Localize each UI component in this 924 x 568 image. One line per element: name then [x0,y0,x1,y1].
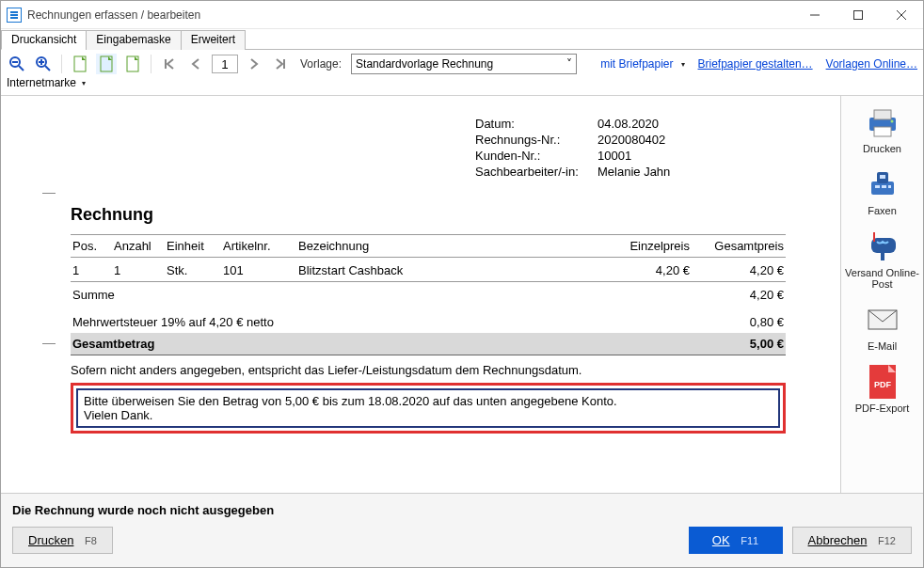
fold-mark-icon: — [42,335,56,350]
tab-input-mask[interactable]: Eingabemaske [86,30,181,50]
minimize-button[interactable] [793,1,836,29]
action-print-label: Drucken [863,143,901,154]
cancel-shortcut: F12 [878,535,896,546]
delivery-note: Sofern nicht anders angegeben, entsprich… [71,363,786,377]
svg-rect-21 [875,185,880,188]
window-controls [793,1,923,29]
meta-invno-value: 2020080402 [597,133,710,147]
status-message: Die Rechnung wurde noch nicht ausgegeben [1,494,923,523]
last-page-icon[interactable] [270,54,291,74]
meta-custno-value: 10001 [597,149,710,163]
svg-line-5 [19,66,24,71]
cancel-button[interactable]: Abbrechen F12 [792,527,912,554]
cell-unitprice: 4,20 € [597,258,692,282]
main-area: — — Datum:04.08.2020 Rechnungs-Nr.:20200… [1,95,923,493]
table-row: 1 1 Stk. 101 Blitzstart Cashback 4,20 € … [71,258,786,282]
close-button[interactable] [880,1,923,29]
meta-clerk-label: Sachbearbeiter/-in: [475,165,597,179]
footer-print-button[interactable]: Drucken F8 [12,527,113,554]
internet-stamp-dropdown-icon[interactable]: ▾ [82,79,86,87]
action-pdf-export[interactable]: PDF PDF-Export [855,365,909,414]
cancel-label: Abbrechen [808,533,868,547]
cell-unit: Stk. [165,258,221,282]
window-title: Rechnungen erfassen / bearbeiten [27,8,200,22]
template-value: Standardvorlage Rechnung [356,57,493,71]
envelope-icon [861,303,904,337]
cell-description: Blitzstart Cashback [296,258,597,282]
col-unitprice: Einzelpreis [597,235,692,258]
ok-shortcut: F11 [741,535,758,546]
mailbox-icon [861,229,904,263]
template-label: Vorlage: [300,57,342,71]
sum-label: Summe [71,282,692,307]
zoom-in-icon[interactable] [33,54,54,74]
cell-totalprice: 4,20 € [692,258,786,282]
page-current-doc-icon[interactable] [96,54,117,74]
footer-print-shortcut: F8 [85,535,97,546]
col-unit: Einheit [165,235,221,258]
tab-strip: Druckansicht Eingabemaske Erweitert [1,29,923,50]
svg-rect-26 [873,232,875,242]
pdf-icon: PDF [861,365,904,399]
col-article: Artikelnr. [221,235,296,258]
svg-rect-16 [874,127,891,136]
sum-value: 4,20 € [692,282,786,307]
first-page-icon[interactable] [159,54,180,74]
col-qty: Anzahl [112,235,165,258]
action-email[interactable]: E-Mail [861,303,904,352]
maximize-button[interactable] [836,1,880,29]
action-email-label: E-Mail [868,340,897,352]
letterhead-dropdown-icon[interactable]: ▾ [681,60,685,69]
meta-date-value: 04.08.2020 [597,117,710,131]
internet-stamp-button[interactable]: Internetmarke [7,76,76,89]
svg-rect-1 [854,10,863,19]
svg-text:PDF: PDF [874,380,892,389]
action-panel: Drucken Faxen Versand Online-Post E-Mail… [840,96,923,493]
col-pos: Pos. [71,235,112,258]
preview-pane: — — Datum:04.08.2020 Rechnungs-Nr.:20200… [1,96,840,493]
chevron-down-icon: ˅ [566,57,572,71]
tab-extended[interactable]: Erweitert [181,30,246,50]
letterhead-toggle[interactable]: mit Briefpapier [600,57,673,71]
tab-print-preview[interactable]: Druckansicht [1,30,87,50]
svg-line-8 [45,66,50,71]
action-pdf-label: PDF-Export [855,402,909,414]
template-select[interactable]: Standardvorlage Rechnung ˅ [351,54,577,74]
action-post-label: Versand Online-Post [843,267,921,290]
page-prev-doc-icon[interactable] [70,54,90,74]
grand-total-row: Gesamtbetrag 5,00 € [71,333,786,355]
templates-online-link[interactable]: Vorlagen Online… [826,57,917,71]
cell-article: 101 [221,258,296,282]
payment-note-line1: Bitte überweisen Sie den Betrag von 5,00… [84,394,773,408]
fold-mark-icon: — [42,184,56,199]
prev-page-icon[interactable] [185,54,206,74]
col-description: Bezeichnung [296,235,597,258]
printer-icon [861,105,904,139]
payment-note-highlight: Bitte überweisen Sie den Betrag von 5,00… [71,383,786,434]
zoom-out-icon[interactable] [7,54,27,74]
cell-pos: 1 [71,258,112,282]
vat-label: Mehrwertsteuer 19% auf 4,20 € netto [71,306,692,333]
next-page-icon[interactable] [244,54,264,74]
action-print[interactable]: Drucken [861,105,904,154]
action-online-post[interactable]: Versand Online-Post [843,229,921,290]
action-fax[interactable]: Faxen [861,167,904,216]
letterhead-design-link[interactable]: Briefpapier gestalten… [698,57,813,71]
invoice-title: Rechnung [71,205,786,225]
toolbar: Vorlage: Standardvorlage Rechnung ˅ mit … [1,50,923,76]
col-totalprice: Gesamtpreis [692,235,786,258]
ok-button[interactable]: OK F11 [689,527,783,554]
svg-point-17 [890,120,893,123]
svg-rect-20 [880,175,885,179]
footer: Die Rechnung wurde noch nicht ausgegeben… [1,493,923,567]
cell-qty: 1 [112,258,165,282]
app-icon [7,8,22,23]
sum-row: Summe 4,20 € [71,282,786,307]
vat-value: 0,80 € [692,306,786,333]
meta-date-label: Datum: [475,117,597,131]
fax-icon [861,167,904,201]
invoice-meta: Datum:04.08.2020 Rechnungs-Nr.:202008040… [475,117,786,179]
page-next-doc-icon[interactable] [122,54,143,74]
preview-scroll[interactable]: — — Datum:04.08.2020 Rechnungs-Nr.:20200… [1,96,840,493]
page-number-input[interactable] [212,55,238,73]
